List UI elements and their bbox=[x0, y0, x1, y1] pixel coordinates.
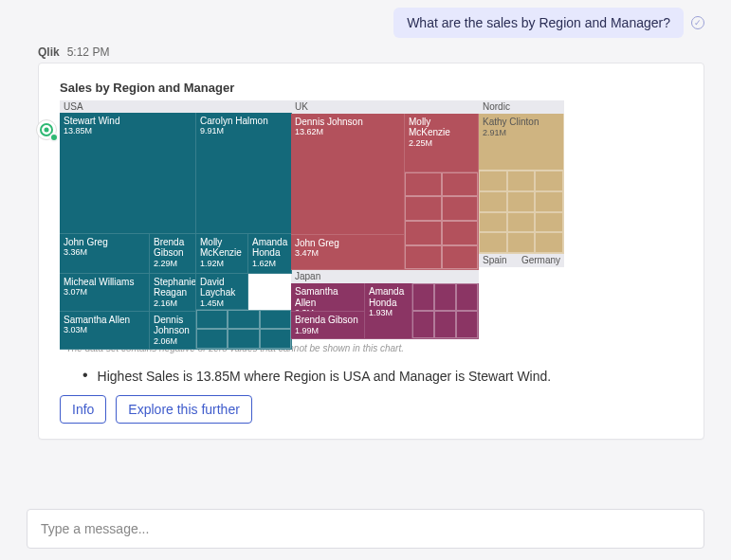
bot-avatar bbox=[36, 119, 57, 140]
region-header-usa: USA bbox=[60, 100, 291, 113]
treemap-cell[interactable]: Molly McKenzie2.25M bbox=[405, 114, 479, 172]
treemap-cell[interactable]: Brenda Gibson2.29M bbox=[150, 234, 196, 274]
treemap-cell[interactable]: Molly McKenzie1.92M bbox=[196, 234, 248, 274]
treemap-cell[interactable]: Kathy Clinton2.91M bbox=[479, 114, 564, 171]
region-header-spain: Spain bbox=[479, 254, 518, 267]
explore-further-button[interactable]: Explore this further bbox=[116, 395, 252, 424]
treemap-cell[interactable]: Amanda Honda1.93M bbox=[365, 283, 412, 339]
info-button[interactable]: Info bbox=[60, 395, 106, 424]
treemap-cell[interactable] bbox=[479, 267, 518, 339]
treemap-cell[interactable] bbox=[518, 267, 564, 339]
treemap-cell[interactable] bbox=[412, 283, 479, 339]
treemap-cell[interactable]: Dennis Johnson2.06M bbox=[150, 312, 196, 350]
treemap-cell[interactable] bbox=[405, 172, 479, 271]
chart-title: Sales by Region and Manager bbox=[60, 81, 683, 95]
treemap-cell[interactable]: Samantha Allen2.3M bbox=[291, 283, 365, 312]
bot-name: Qlik bbox=[38, 45, 60, 59]
region-header-nordic: Nordic bbox=[479, 100, 564, 114]
treemap-chart[interactable]: USA Stewart Wind13.85M John Greg3.36M Br… bbox=[60, 100, 564, 339]
treemap-cell[interactable]: John Greg3.36M bbox=[60, 234, 150, 274]
region-header-japan: Japan bbox=[291, 270, 479, 283]
treemap-cell[interactable]: Micheal Williams3.07M bbox=[60, 274, 150, 312]
treemap-cell[interactable]: Samantha Allen3.03M bbox=[60, 312, 150, 350]
treemap-cell[interactable]: John Greg3.47M bbox=[291, 235, 405, 271]
region-header-uk: UK bbox=[291, 100, 479, 114]
treemap-cell[interactable]: Amanda Honda1.62M bbox=[248, 234, 292, 274]
user-message-bubble: What are the sales by Region and Manager… bbox=[393, 8, 684, 38]
insight-text: Highest Sales is 13.85M where Region is … bbox=[98, 369, 552, 384]
treemap-cell[interactable]: Brenda Gibson1.99M bbox=[291, 312, 365, 339]
treemap-cell[interactable]: Stephanie Reagan2.16M bbox=[150, 274, 196, 312]
treemap-cell[interactable]: Carolyn Halmon9.91M bbox=[196, 113, 292, 234]
treemap-cell[interactable] bbox=[196, 310, 292, 350]
region-header-germany: Germany bbox=[518, 254, 564, 267]
bot-timestamp: 5:12 PM bbox=[67, 45, 110, 59]
treemap-cell[interactable]: Dennis Johnson13.62M bbox=[291, 114, 405, 235]
compose-input[interactable]: Type a message... bbox=[27, 509, 704, 549]
bullet-icon: • bbox=[82, 369, 88, 382]
treemap-cell[interactable]: Stewart Wind13.85M bbox=[60, 113, 196, 234]
message-sent-icon: ✓ bbox=[691, 16, 704, 29]
treemap-cell[interactable] bbox=[479, 171, 564, 254]
svg-point-1 bbox=[45, 128, 49, 133]
treemap-cell[interactable]: David Laychak1.45M bbox=[196, 274, 248, 310]
response-card: Sales by Region and Manager USA Stewart … bbox=[38, 63, 704, 440]
